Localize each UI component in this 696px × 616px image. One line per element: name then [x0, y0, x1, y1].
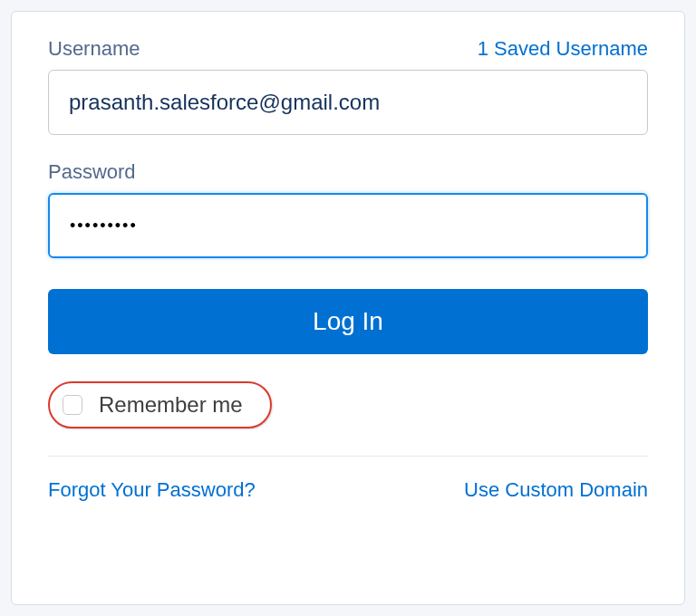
remember-me-label[interactable]: Remember me [99, 392, 243, 418]
password-label: Password [48, 160, 136, 184]
username-label: Username [48, 37, 140, 61]
login-button[interactable]: Log In [48, 289, 648, 354]
custom-domain-link[interactable]: Use Custom Domain [464, 478, 648, 502]
remember-me-highlight: Remember me [48, 381, 272, 428]
password-label-row: Password [48, 160, 648, 184]
password-input[interactable] [48, 193, 648, 258]
login-card: Username 1 Saved Username Password Log I… [11, 11, 685, 605]
forgot-password-link[interactable]: Forgot Your Password? [48, 478, 256, 502]
username-label-row: Username 1 Saved Username [48, 37, 648, 61]
bottom-links: Forgot Your Password? Use Custom Domain [48, 478, 648, 502]
remember-me-checkbox[interactable] [63, 395, 82, 415]
username-input[interactable] [48, 70, 648, 135]
divider [48, 456, 648, 457]
saved-usernames-link[interactable]: 1 Saved Username [478, 37, 648, 61]
